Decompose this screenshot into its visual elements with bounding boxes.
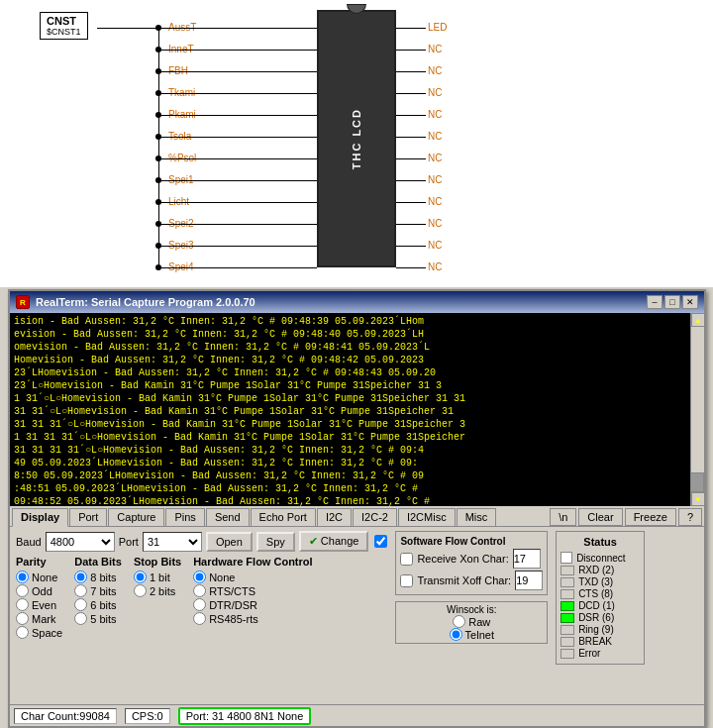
newline-button[interactable]: \n	[550, 508, 576, 526]
parity-none: None	[16, 571, 62, 583]
nc-line-1	[396, 50, 426, 51]
status-rxd: RXD (2)	[560, 565, 640, 575]
change-checkbox[interactable]	[374, 535, 387, 548]
nc-label-6: NC	[428, 153, 442, 163]
terminal-output: ision - Bad Aussen: 31,2 °C Innen: 31,2 …	[10, 313, 704, 506]
cnst-label: CNST	[47, 15, 81, 27]
tab-i2c2[interactable]: I2C-2	[353, 508, 397, 526]
sw-transmit-checkbox[interactable]	[400, 574, 413, 587]
hwflow-rs485: RS485-rts	[193, 612, 312, 625]
change-button[interactable]: ✔ Change	[299, 531, 369, 552]
tab-echoport[interactable]: Echo Port	[251, 508, 316, 526]
dcd-led	[560, 601, 574, 611]
tab-i2c[interactable]: I2C	[317, 508, 352, 526]
winsock-raw-radio[interactable]	[453, 615, 465, 628]
databits-5-radio[interactable]	[74, 612, 87, 625]
databits-7-radio[interactable]	[74, 584, 87, 597]
parity-even-radio[interactable]	[16, 598, 29, 611]
schematic-area: CNST $CNST1 THC LCD MCR1 AussTInneTFBHTk…	[0, 0, 713, 287]
break-led	[560, 637, 574, 647]
stopbits-group: Stop Bits 1 bit 2 bits	[134, 556, 181, 639]
hwflow-dtr-radio[interactable]	[193, 598, 206, 611]
status-cts: CTS (8)	[560, 588, 640, 599]
break-label: BREAK	[578, 636, 612, 647]
realterm-window: R RealTerm: Serial Capture Program 2.0.0…	[8, 289, 706, 728]
stopbits-1-radio[interactable]	[134, 571, 147, 583]
terminal-scrollbar[interactable]: ▲ ▼	[690, 313, 704, 506]
parity-space: Space	[16, 626, 62, 639]
terminal-line: 09:48:52 05.09.2023´LHomevision - Bad Au…	[14, 495, 700, 506]
xoff-char-input[interactable]	[515, 571, 543, 590]
signal-dot-9	[155, 221, 161, 227]
databits-8: 8 bits	[74, 571, 122, 583]
help-button[interactable]: ?	[678, 508, 702, 526]
winsock-telnet-radio[interactable]	[450, 628, 462, 641]
signal-dot-2	[155, 68, 161, 74]
stopbits-2-radio[interactable]	[134, 584, 147, 597]
hwflow-none-radio[interactable]	[193, 571, 206, 583]
nc-label-9: NC	[428, 218, 442, 229]
titlebar-left: R RealTerm: Serial Capture Program 2.0.0…	[16, 295, 255, 309]
minimize-button[interactable]: –	[647, 295, 662, 309]
parity-none-radio[interactable]	[16, 571, 29, 583]
nc-label-1: NC	[428, 44, 442, 54]
h-line-2	[158, 71, 317, 72]
databits-6: 6 bits	[74, 598, 122, 611]
parity-mark-radio[interactable]	[16, 612, 29, 625]
clear-button[interactable]: Clear	[578, 508, 622, 526]
hwflow-rs485-radio[interactable]	[193, 612, 206, 625]
parity-even: Even	[16, 598, 62, 611]
nc-line-9	[396, 224, 426, 225]
baud-select[interactable]: 4800 9600 19200	[46, 532, 115, 552]
h-line-3	[158, 93, 317, 94]
parity-odd: Odd	[16, 584, 62, 597]
tab-display[interactable]: Display	[12, 508, 68, 527]
cts-label: CTS (8)	[578, 588, 613, 599]
tab-port[interactable]: Port	[69, 508, 107, 526]
freeze-button[interactable]: Freeze	[625, 508, 676, 526]
tab-capture[interactable]: Capture	[108, 508, 164, 526]
databits-6-radio[interactable]	[74, 598, 87, 611]
nc-label-11: NC	[428, 261, 442, 272]
sw-receive-checkbox[interactable]	[400, 553, 413, 566]
status-txd: TXD (3)	[560, 576, 640, 587]
signal-dot-11	[155, 264, 161, 270]
scrollbar-down[interactable]: ▼	[691, 492, 704, 506]
parity-odd-radio[interactable]	[16, 584, 29, 597]
terminal-line: 31 31´○L○Homevision - Bad Kamin 31°C Pum…	[14, 405, 700, 418]
tab-send[interactable]: Send	[206, 508, 250, 526]
scrollbar-up[interactable]: ▲	[691, 313, 704, 327]
cps-display: CPS:0	[125, 708, 170, 724]
nc-line-11	[396, 267, 426, 268]
terminal-line: 23´LHomevision - Bad Aussen: 31,2 °C Inn…	[14, 366, 700, 379]
hwflow-none: None	[193, 571, 312, 583]
winsock-raw: Raw	[453, 615, 490, 628]
sw-flow-title: Software Flow Control	[400, 536, 543, 547]
terminal-line: 1 31´○L○Homevision - Bad Kamin 31°C Pump…	[14, 392, 700, 405]
port-label: Port	[119, 536, 139, 548]
stopbits-2: 2 bits	[134, 584, 181, 597]
open-button[interactable]: Open	[206, 532, 253, 552]
parity-space-radio[interactable]	[16, 626, 29, 639]
hwflow-rts-radio[interactable]	[193, 584, 206, 597]
signal-dot-7	[155, 177, 161, 183]
cnst-sub-label: $CNST1	[47, 27, 81, 37]
terminal-line: 31 31 31´○L○Homevision - Bad Kamin 31°C …	[14, 418, 700, 431]
close-button[interactable]: ✕	[682, 295, 698, 309]
error-led	[560, 649, 574, 659]
maximize-button[interactable]: □	[664, 295, 680, 309]
spy-button[interactable]: Spy	[256, 532, 295, 552]
scrollbar-thumb[interactable]	[690, 472, 704, 492]
terminal-line: evision - Bad Aussen: 31,2 °C Innen: 31,…	[14, 328, 700, 341]
nc-line-10	[396, 246, 426, 247]
tab-pins[interactable]: Pins	[165, 508, 204, 526]
app-icon: R	[16, 295, 30, 309]
sw-flow-section: Software Flow Control Receive Xon Char: …	[395, 531, 548, 595]
tab-i2cmisc[interactable]: I2CMisc	[398, 508, 456, 526]
tab-misc[interactable]: Misc	[457, 508, 497, 526]
xon-char-input[interactable]	[513, 549, 541, 569]
hwflow-title: Hardware Flow Control	[193, 556, 312, 568]
databits-8-radio[interactable]	[74, 571, 87, 583]
port-select[interactable]: 31	[143, 532, 202, 552]
winsock-label: Winsock is:	[447, 604, 497, 615]
